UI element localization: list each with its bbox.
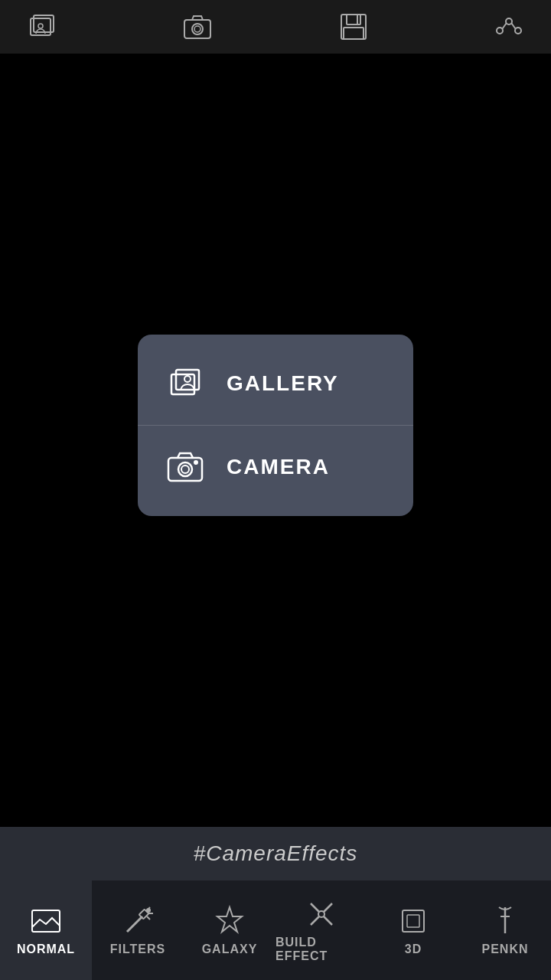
camera-menu-item[interactable]: CAMERA [138, 426, 413, 508]
camera-label: CAMERA [227, 455, 330, 479]
svg-point-17 [184, 376, 191, 382]
svg-point-2 [38, 24, 43, 28]
gallery-label: GALLERY [227, 371, 339, 396]
camera-menu-icon [165, 447, 205, 487]
svg-rect-34 [407, 915, 419, 927]
svg-point-21 [194, 461, 197, 464]
svg-rect-3 [184, 20, 210, 38]
tab-3d[interactable]: 3D [367, 880, 459, 980]
svg-point-5 [194, 26, 201, 32]
svg-point-20 [181, 466, 189, 473]
tab-filters-label: FILTERS [110, 942, 165, 956]
tab-build-effect[interactable]: BUILD EFFECT [276, 880, 367, 980]
svg-point-19 [178, 462, 192, 476]
3d-icon [396, 904, 430, 938]
galaxy-icon [213, 904, 246, 938]
tab-bar: NORMAL FILTERS GALAXY BUILD EFFECT [0, 880, 551, 980]
tab-galaxy[interactable]: GALAXY [184, 880, 276, 980]
svg-rect-7 [347, 15, 360, 24]
gallery-menu-icon [165, 364, 205, 403]
tab-filters[interactable]: FILTERS [92, 880, 184, 980]
svg-point-12 [515, 28, 521, 34]
camera-toolbar-button[interactable] [178, 8, 217, 46]
hashtag-bar: #CameraEffects [0, 827, 551, 880]
svg-line-27 [147, 916, 150, 920]
filters-icon [121, 904, 155, 938]
save-button[interactable] [334, 8, 373, 46]
share-button[interactable] [490, 8, 528, 46]
main-area: GALLERY CAMERA [0, 54, 551, 796]
popup-menu: GALLERY CAMERA [138, 335, 413, 516]
svg-point-4 [192, 24, 203, 34]
tab-penkn[interactable]: PENKN [459, 880, 551, 980]
svg-rect-33 [403, 910, 424, 932]
tab-normal[interactable]: NORMAL [0, 880, 92, 980]
tab-galaxy-label: GALAXY [202, 942, 258, 956]
svg-point-10 [506, 18, 512, 24]
svg-rect-8 [344, 28, 364, 39]
penkn-icon [488, 904, 522, 938]
svg-point-32 [318, 911, 324, 917]
tab-penkn-label: PENKN [481, 942, 528, 956]
gallery-menu-item[interactable]: GALLERY [138, 342, 413, 426]
svg-point-28 [147, 909, 150, 912]
svg-rect-16 [176, 370, 199, 390]
svg-point-11 [497, 28, 503, 34]
tab-normal-label: NORMAL [17, 942, 75, 956]
build-effect-icon [305, 897, 338, 931]
svg-line-13 [502, 24, 506, 29]
tab-3d-label: 3D [405, 942, 422, 956]
hashtag-text: #CameraEffects [194, 841, 358, 866]
svg-marker-29 [217, 907, 242, 932]
top-toolbar [0, 0, 551, 54]
svg-line-14 [511, 24, 515, 29]
tab-build-effect-label: BUILD EFFECT [276, 936, 367, 963]
gallery-button[interactable] [23, 8, 61, 46]
normal-icon [29, 904, 63, 938]
svg-line-23 [127, 916, 142, 932]
